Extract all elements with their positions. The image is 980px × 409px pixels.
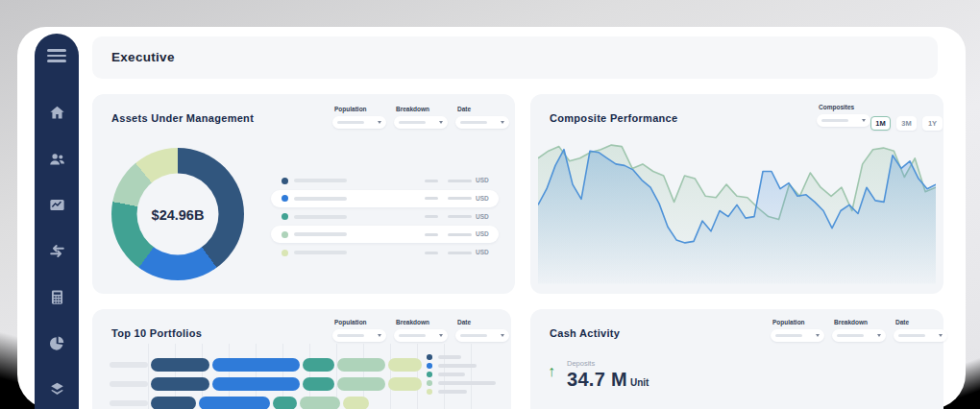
- filter-select-date[interactable]: [455, 329, 509, 342]
- range-button-1y[interactable]: 1Y: [922, 116, 943, 131]
- top10-legend-item: [427, 354, 503, 360]
- filter-label: Date: [457, 106, 509, 112]
- portfolio-name-placeholder: [110, 400, 148, 406]
- filter-population: Population: [332, 106, 386, 129]
- select-placeholder: [337, 121, 364, 124]
- select-placeholder: [399, 121, 426, 124]
- bar-segment-pale: [388, 358, 423, 372]
- legend-dot-icon: [282, 178, 288, 184]
- chevron-down-icon: [378, 334, 381, 337]
- filter-date: Date: [894, 319, 947, 342]
- aum-legend-row: USD: [271, 208, 499, 226]
- legend-dot-icon: [282, 231, 288, 238]
- select-placeholder: [821, 119, 848, 122]
- legend-value-placeholder: [425, 215, 438, 218]
- legend-value-placeholder: [448, 180, 472, 182]
- legend-dot-icon: [427, 380, 432, 386]
- chevron-down-icon: [816, 334, 820, 337]
- aum-total-value: $24.96B: [152, 206, 205, 222]
- bar-segment-teal: [303, 358, 334, 372]
- legend-name-placeholder: [438, 390, 467, 394]
- filter-select-composites[interactable]: [817, 114, 870, 127]
- legend-value-placeholder: [448, 233, 472, 236]
- holdings-icon[interactable]: [42, 374, 71, 403]
- performance-icon[interactable]: [42, 190, 71, 219]
- filter-select-breakdown[interactable]: [394, 329, 448, 342]
- sidebar: [35, 34, 79, 409]
- filter-select-breakdown[interactable]: [832, 329, 886, 342]
- card-composite-performance: Composite Performance Composites 1M3M1Y: [530, 94, 943, 294]
- legend-value-placeholder: [448, 215, 472, 218]
- chevron-down-icon: [378, 121, 381, 124]
- legend-name-placeholder: [438, 355, 461, 359]
- filter-select-population[interactable]: [771, 329, 824, 342]
- select-placeholder: [399, 334, 426, 337]
- home-icon[interactable]: [42, 98, 71, 127]
- portfolio-bar-row: [92, 397, 496, 409]
- filter-breakdown: Breakdown: [394, 106, 448, 129]
- legend-dot-icon: [427, 389, 432, 395]
- filter-label: Date: [895, 319, 947, 325]
- range-button-1m[interactable]: 1M: [870, 116, 891, 131]
- allocation-icon[interactable]: [42, 328, 71, 357]
- aum-donut-chart[interactable]: $24.96B: [111, 148, 244, 280]
- filter-bar: PopulationBreakdownDate: [771, 319, 947, 342]
- calculator-icon[interactable]: [42, 282, 71, 311]
- aum-legend-row: USD: [271, 190, 499, 207]
- chevron-down-icon: [501, 121, 504, 124]
- legend-dot-icon: [427, 354, 432, 360]
- filter-select-breakdown[interactable]: [394, 116, 448, 129]
- range-toggle-group: 1M3M1Y: [870, 116, 943, 131]
- legend-dot-icon: [427, 372, 432, 377]
- bar-segment-navy: [151, 358, 209, 372]
- composite-performance-chart[interactable]: [538, 136, 936, 285]
- filter-composites: Composites: [817, 104, 870, 127]
- transfers-icon[interactable]: [42, 236, 71, 265]
- filter-bar: PopulationBreakdownDate: [332, 319, 509, 342]
- chevron-down-icon: [439, 121, 443, 124]
- clients-icon[interactable]: [42, 144, 71, 173]
- filter-label: Breakdown: [396, 106, 448, 112]
- filter-breakdown: Breakdown: [832, 319, 886, 342]
- legend-name-placeholder: [438, 381, 496, 385]
- select-placeholder: [337, 334, 364, 337]
- filter-select-date[interactable]: [894, 329, 947, 342]
- card-title: Assets Under Management: [111, 112, 254, 124]
- bar-segment-blue: [212, 358, 300, 372]
- filter-label: Population: [334, 319, 386, 325]
- filter-label: Composites: [819, 104, 870, 110]
- filter-bar: PopulationBreakdownDate: [332, 106, 509, 129]
- bar-segment-navy: [151, 377, 209, 391]
- range-button-3m[interactable]: 3M: [896, 116, 917, 131]
- filter-select-date[interactable]: [455, 116, 509, 129]
- legend-name-placeholder: [294, 232, 347, 236]
- page-title: Executive: [111, 36, 175, 79]
- aum-legend-row: USD: [271, 172, 499, 189]
- filter-label: Date: [457, 319, 509, 325]
- legend-value-placeholder: [425, 180, 438, 182]
- card-title: Top 10 Portfolios: [111, 327, 202, 339]
- portfolio-name-placeholder: [110, 381, 148, 387]
- deposits-label: Deposits: [567, 359, 595, 368]
- card-cash-activity: Cash Activity PopulationBreakdownDate ↑ …: [530, 309, 943, 409]
- bar-segment-teal: [303, 377, 334, 391]
- legend-name-placeholder: [294, 197, 347, 201]
- top10-legend-item: [427, 380, 503, 386]
- donut-hole: $24.96B: [137, 174, 219, 255]
- legend-name-placeholder: [438, 373, 465, 376]
- filter-select-population[interactable]: [332, 329, 386, 342]
- top10-legend-item: [427, 363, 503, 369]
- menu-icon[interactable]: [47, 49, 66, 62]
- legend-dot-icon: [282, 250, 288, 256]
- legend-dot-icon: [427, 363, 432, 369]
- portfolio-name-placeholder: [110, 362, 148, 368]
- bar-segment-blue: [212, 377, 300, 391]
- card-assets-under-management: Assets Under Management PopulationBreakd…: [92, 94, 515, 294]
- filter-date: Date: [455, 319, 509, 342]
- filter-select-population[interactable]: [332, 116, 386, 129]
- legend-unit-label: USD: [476, 213, 489, 220]
- select-placeholder: [775, 334, 802, 337]
- legend-unit-label: USD: [476, 230, 489, 237]
- filter-bar: Composites: [817, 104, 870, 127]
- deposits-value: 34.7 M: [567, 369, 627, 391]
